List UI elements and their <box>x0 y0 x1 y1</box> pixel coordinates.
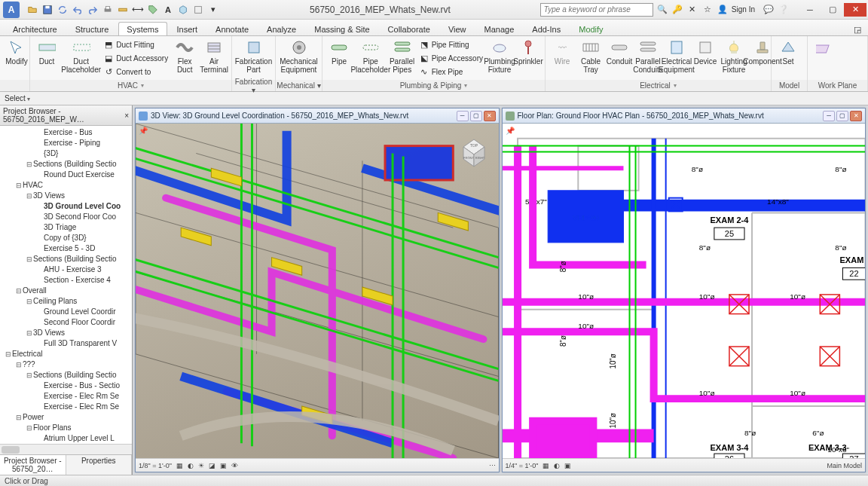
tree-item[interactable]: ⊟HVAC <box>0 180 132 191</box>
browser-tab-properties[interactable]: Properties <box>66 455 133 475</box>
tree-item[interactable]: Ground Level Coordir <box>0 307 132 317</box>
window-close-icon[interactable]: ✕ <box>844 3 866 17</box>
infocenter-comm-icon[interactable]: 💬 <box>763 4 775 16</box>
tab-architecture[interactable]: Architecture <box>5 22 66 35</box>
view2-close-icon[interactable]: ✕ <box>850 111 862 121</box>
tab-manage[interactable]: Manage <box>476 22 523 35</box>
panel-fabrication-title[interactable]: Fabrication ▾ <box>232 80 275 91</box>
visual-style-icon[interactable]: ◐ <box>188 462 194 469</box>
flex-pipe-button[interactable]: ∿Flex Pipe <box>417 65 484 78</box>
tree-item[interactable]: Exercise - Bus <box>0 127 132 138</box>
parallel-conduits-button[interactable]: Parallel Conduits <box>634 38 662 75</box>
workplane-show-button[interactable] <box>811 38 838 57</box>
parallel-pipes-button[interactable]: Parallel Pipes <box>389 38 416 75</box>
infocenter-search-icon[interactable]: 🔍 <box>656 4 668 16</box>
browser-close-icon[interactable]: × <box>124 112 129 120</box>
infocenter-star-icon[interactable]: ☆ <box>701 4 714 16</box>
pin2-icon[interactable]: 📌 <box>506 127 515 135</box>
qat-dim-icon[interactable]: ⟷ <box>131 3 145 17</box>
panel-plumbing-title[interactable]: Plumbing & Piping▾ <box>322 80 545 91</box>
pipe-accessory-button[interactable]: ⬕Pipe Accessory <box>417 51 484 65</box>
tree-item[interactable]: {3D} <box>0 148 132 159</box>
signin-user-icon[interactable]: 👤 <box>717 4 729 16</box>
infocenter-key-icon[interactable]: 🔑 <box>671 4 683 16</box>
view-more-icon[interactable]: ⋯ <box>489 462 496 469</box>
window-minimize-icon[interactable]: ─ <box>799 3 821 17</box>
modify-button[interactable]: Modify <box>3 38 30 66</box>
tab-structure[interactable]: Structure <box>67 22 118 35</box>
project-browser-tree[interactable]: Exercise - BusExercise - Piping{3D}⊟Sect… <box>0 126 132 444</box>
tab-view[interactable]: View <box>440 22 475 35</box>
tree-item[interactable]: ⊟Floor Plans <box>0 423 132 433</box>
view-close-icon[interactable]: ✕ <box>484 111 496 121</box>
infocenter-exchange-icon[interactable]: ✕ <box>686 4 698 16</box>
tree-item[interactable]: 3D Ground Level Coo <box>0 201 132 212</box>
view-3d-canvas[interactable]: 📌 <box>136 124 499 458</box>
qat-sync-icon[interactable] <box>56 3 69 17</box>
pipe-placeholder-button[interactable]: Pipe Placeholder <box>354 38 387 75</box>
help-search-input[interactable] <box>540 3 653 17</box>
viewcube[interactable]: TOP FRONT RIGHT <box>454 128 494 169</box>
hide-isolate-icon[interactable]: 👁 <box>231 462 238 469</box>
tree-item[interactable]: Second Floor Coordir <box>0 317 132 328</box>
tree-item[interactable]: ⊟Sections (Building Sectio <box>0 370 132 381</box>
sun-path-icon[interactable]: ☀ <box>198 462 204 469</box>
mechanical-equipment-button[interactable]: Mechanical Equipment <box>279 38 319 75</box>
pin-icon[interactable]: 📌 <box>139 127 148 135</box>
tab-addins[interactable]: Add-Ins <box>524 22 569 35</box>
tab-massing[interactable]: Massing & Site <box>306 22 377 35</box>
visual2-icon[interactable]: ◐ <box>554 462 560 469</box>
view2-max-icon[interactable]: ▢ <box>836 111 848 121</box>
convert-to-button[interactable]: ↺Convert to <box>102 65 170 78</box>
panel-electrical-title[interactable]: Electrical▾ <box>546 80 771 91</box>
panel-hvac-title[interactable]: HVAC▾ <box>30 80 231 91</box>
wire-button[interactable]: 〰Wire <box>549 38 576 66</box>
signin-label[interactable]: Sign In <box>732 5 755 14</box>
tree-item[interactable]: AHU - Exercise 3 <box>0 264 132 275</box>
tab-systems[interactable]: Systems <box>118 22 167 35</box>
browser-hscroll[interactable] <box>0 444 132 454</box>
tree-item[interactable]: Full 3D Transparent V <box>0 338 132 349</box>
qat-thin-icon[interactable]: ▾ <box>206 3 220 17</box>
duct-fitting-button[interactable]: ⬒Duct Fitting <box>102 38 170 51</box>
qat-save-icon[interactable] <box>41 3 54 17</box>
tab-modify[interactable]: Modify <box>570 22 611 35</box>
crop-icon[interactable]: ▣ <box>220 462 227 469</box>
qat-open-icon[interactable] <box>26 3 39 17</box>
flex-duct-button[interactable]: Flex Duct <box>171 38 198 75</box>
tree-item[interactable]: ⊟Electrical <box>0 349 132 359</box>
tree-item[interactable]: Exercise - Bus - Sectio <box>0 381 132 391</box>
detail-level-icon[interactable]: ▦ <box>176 462 183 469</box>
tree-item[interactable]: Exercise 5 - 3D <box>0 243 132 254</box>
tab-collaborate[interactable]: Collaborate <box>380 22 439 35</box>
tree-item[interactable]: ⊟Sections (Building Sectio <box>0 159 132 170</box>
browser-tab-project[interactable]: Project Browser - 56750_20… <box>0 455 66 475</box>
tab-analyze[interactable]: Analyze <box>258 22 304 35</box>
view2-scale[interactable]: 1/4" = 1'-0" <box>506 462 539 469</box>
tree-item[interactable]: Round Duct Exercise <box>0 170 132 180</box>
qat-print-icon[interactable] <box>101 3 115 17</box>
view-max-icon[interactable]: ▢ <box>470 111 482 121</box>
tree-item[interactable]: ⊟??? <box>0 359 132 370</box>
cable-tray-button[interactable]: Cable Tray <box>577 38 604 75</box>
select-dropdown[interactable]: Select <box>5 94 30 102</box>
view-min-icon[interactable]: ─ <box>457 111 469 121</box>
tree-item[interactable]: Exercise - Piping <box>0 138 132 148</box>
qat-undo-icon[interactable] <box>71 3 84 17</box>
set-workplane-button[interactable]: Set <box>775 38 802 66</box>
pipe-fitting-button[interactable]: ⬔Pipe Fitting <box>417 38 484 51</box>
qat-tag-icon[interactable] <box>146 3 160 17</box>
window-maximize-icon[interactable]: ▢ <box>821 3 844 17</box>
view-scale[interactable]: 1/8" = 1'-0" <box>139 462 172 469</box>
view-floorplan-titlebar[interactable]: Floor Plan: Ground Floor HVAC Plan - 567… <box>503 109 866 124</box>
tree-item[interactable]: Copy of {3D} <box>0 233 132 243</box>
qat-redo-icon[interactable] <box>86 3 99 17</box>
fabrication-part-button[interactable]: Fabrication Part <box>235 38 272 75</box>
duct-button[interactable]: Duct <box>33 38 60 66</box>
qat-measure-icon[interactable] <box>116 3 130 17</box>
air-terminal-button[interactable]: Air Terminal <box>200 38 228 75</box>
detail2-icon[interactable]: ▦ <box>542 462 549 469</box>
tree-item[interactable]: ⊟Sections (Building Sectio <box>0 254 132 264</box>
qat-section-icon[interactable] <box>191 3 205 17</box>
duct-accessory-button[interactable]: ⬓Duct Accessory <box>102 51 170 65</box>
